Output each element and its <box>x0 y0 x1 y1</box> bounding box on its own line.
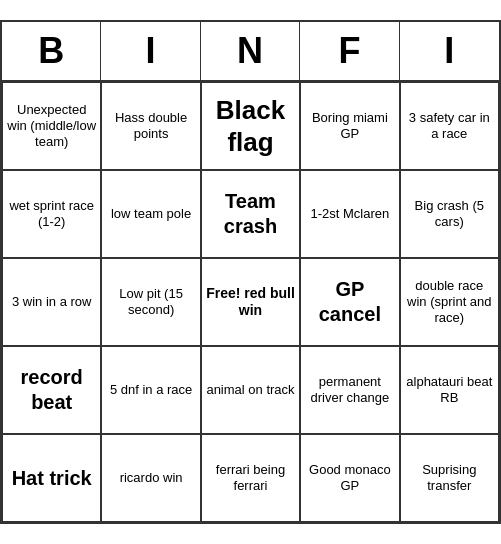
bingo-cell: 5 dnf in a race <box>101 346 200 434</box>
bingo-cell: Hat trick <box>2 434 101 522</box>
bingo-cell: wet sprint race (1-2) <box>2 170 101 258</box>
header-letter: I <box>101 22 200 80</box>
bingo-cell: Suprising transfer <box>400 434 499 522</box>
bingo-cell: GP cancel <box>300 258 399 346</box>
bingo-header: BINFI <box>2 22 499 82</box>
bingo-cell: Team crash <box>201 170 300 258</box>
bingo-cell: 1-2st Mclaren <box>300 170 399 258</box>
bingo-card: BINFI Unexpected win (middle/low team)Ha… <box>0 20 501 524</box>
bingo-cell: low team pole <box>101 170 200 258</box>
bingo-cell: 3 safety car in a race <box>400 82 499 170</box>
bingo-cell: Unexpected win (middle/low team) <box>2 82 101 170</box>
header-letter: F <box>300 22 399 80</box>
bingo-cell: double race win (sprint and race) <box>400 258 499 346</box>
bingo-cell: Free! red bull win <box>201 258 300 346</box>
bingo-cell: animal on track <box>201 346 300 434</box>
bingo-cell: Boring miami GP <box>300 82 399 170</box>
header-letter: N <box>201 22 300 80</box>
bingo-cell: record beat <box>2 346 101 434</box>
bingo-cell: Black flag <box>201 82 300 170</box>
bingo-cell: permanent driver change <box>300 346 399 434</box>
bingo-grid: Unexpected win (middle/low team)Hass dou… <box>2 82 499 522</box>
header-letter: B <box>2 22 101 80</box>
bingo-cell: Big crash (5 cars) <box>400 170 499 258</box>
bingo-cell: Low pit (15 second) <box>101 258 200 346</box>
bingo-cell: ricardo win <box>101 434 200 522</box>
header-letter: I <box>400 22 499 80</box>
bingo-cell: 3 win in a row <box>2 258 101 346</box>
bingo-cell: Hass double points <box>101 82 200 170</box>
bingo-cell: alphatauri beat RB <box>400 346 499 434</box>
bingo-cell: Good monaco GP <box>300 434 399 522</box>
bingo-cell: ferrari being ferrari <box>201 434 300 522</box>
